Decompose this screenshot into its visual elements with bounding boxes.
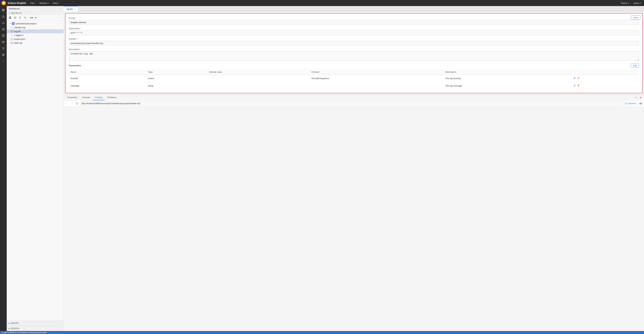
browser-bar: Unlocked bbox=[64, 100, 644, 107]
tab-preview[interactable]: Preview bbox=[92, 95, 105, 100]
brand-name: Eclipse Dirigible bbox=[8, 2, 26, 4]
svg-point-29 bbox=[24, 17, 26, 18]
description-input[interactable]: Scheduled Log Job bbox=[69, 51, 639, 61]
bottom-panel-tabs: Properties Console Preview Problems bbox=[64, 95, 644, 100]
logo-icon bbox=[1, 1, 6, 5]
workbench-more-button[interactable]: ··· bbox=[60, 8, 62, 10]
svg-line-11 bbox=[2, 17, 3, 17]
param-type: choice bbox=[146, 75, 208, 82]
tree-item-label: table.sql bbox=[14, 42, 22, 44]
menu-help[interactable]: Help ▾ bbox=[51, 1, 60, 5]
panel-controls bbox=[634, 96, 643, 100]
minimize-panel-button[interactable] bbox=[634, 96, 638, 100]
tab-close-button[interactable]: × bbox=[74, 8, 75, 10]
sidebar-item-database[interactable] bbox=[1, 27, 6, 32]
sidebar-item-deploy[interactable] bbox=[1, 20, 6, 26]
import-section[interactable]: ▶ IMPORT bbox=[7, 320, 64, 326]
param-default bbox=[208, 75, 310, 82]
expand-icon: ▶ bbox=[9, 322, 10, 324]
job-file-icon bbox=[11, 30, 13, 33]
add-parameter-button[interactable]: Add bbox=[631, 64, 639, 67]
close-panel-button[interactable] bbox=[639, 96, 643, 100]
edit-param-button[interactable] bbox=[573, 76, 576, 80]
sidebar-item-more[interactable]: » bbox=[1, 59, 6, 64]
svg-line-30 bbox=[26, 18, 26, 19]
svg-point-13 bbox=[2, 28, 4, 29]
required-star: * bbox=[81, 27, 82, 30]
tab-log-job[interactable]: log.job × bbox=[64, 6, 78, 12]
sidebar-item-packages[interactable] bbox=[1, 39, 6, 45]
delete-param-button[interactable] bbox=[577, 76, 580, 80]
required-star: * bbox=[76, 17, 77, 19]
content-area: log.job × Save Group: * bbox=[64, 6, 644, 331]
refresh-tool-button[interactable] bbox=[18, 16, 22, 20]
delete-param-button[interactable] bbox=[577, 84, 580, 88]
sidebar-item-problems[interactable] bbox=[1, 33, 6, 38]
status-bar: localhost:8080/services/web/ide-projects… bbox=[0, 331, 644, 334]
bottom-panel: Properties Console Preview Problems bbox=[64, 95, 644, 107]
expression-label: Expression: * bbox=[69, 27, 639, 30]
handler-field-group: Handler: * bbox=[69, 38, 639, 46]
menu-file[interactable]: File ▾ bbox=[29, 1, 37, 5]
svg-line-41 bbox=[575, 78, 575, 78]
svg-rect-49 bbox=[641, 104, 642, 104]
tree-item-log-job[interactable]: log.job bbox=[7, 29, 64, 33]
group-field-group: Group: * bbox=[69, 17, 639, 25]
sidebar-item-git[interactable] bbox=[1, 14, 6, 19]
run-tool-button[interactable] bbox=[13, 16, 17, 20]
browser-url-input[interactable] bbox=[80, 101, 622, 105]
tab-problems[interactable]: Problems bbox=[105, 95, 119, 100]
back-button[interactable] bbox=[65, 101, 69, 105]
tree-item-logger[interactable]: <·> Logger.ts bbox=[7, 33, 64, 37]
left-panel: Workbench ··· ▼ PROJECTS test bbox=[7, 6, 64, 331]
edit-param-button[interactable] bbox=[573, 84, 576, 88]
table-row: message string The log message bbox=[69, 82, 639, 90]
refresh-button[interactable] bbox=[75, 101, 79, 105]
save-button[interactable]: Save bbox=[631, 16, 640, 20]
import-label: IMPORT bbox=[11, 322, 18, 324]
chevron-down-icon: ▾ bbox=[58, 2, 59, 4]
table-row: severity choice Info,Warning,Error The l… bbox=[69, 75, 639, 82]
param-choices: Info,Warning,Error bbox=[310, 75, 444, 82]
group-input[interactable] bbox=[69, 20, 639, 25]
search-section[interactable]: ▶ SEARCH bbox=[7, 326, 64, 331]
code-icon: <·> bbox=[11, 34, 14, 36]
svg-rect-5 bbox=[2, 10, 3, 11]
tree-item-label: project.json bbox=[14, 38, 25, 40]
handler-input[interactable] bbox=[69, 41, 639, 46]
workbench-header: Workbench ··· bbox=[7, 6, 64, 12]
tree-item-project-json[interactable]: project.json bbox=[7, 37, 64, 41]
menubar: Eclipse Dirigible File ▾ Window ▾ Help ▾… bbox=[0, 0, 644, 6]
sidebar-item-explorer[interactable] bbox=[1, 8, 6, 13]
project-row[interactable]: ▼ bt scheduled-job-project bbox=[7, 22, 64, 26]
menu-window[interactable]: Window ▾ bbox=[38, 1, 50, 5]
param-description: The log message bbox=[444, 82, 571, 90]
unlocked-button[interactable]: Unlocked bbox=[623, 101, 638, 105]
expression-input[interactable] bbox=[69, 30, 639, 35]
theme-menu[interactable]: Theme ▾ bbox=[619, 1, 630, 5]
tree-item-handler[interactable]: <·> handler.mjs bbox=[7, 26, 64, 29]
branch-select[interactable]: test bbox=[28, 16, 37, 20]
search-tool-button[interactable] bbox=[23, 16, 27, 20]
svg-point-8 bbox=[2, 17, 3, 18]
svg-point-7 bbox=[3, 15, 4, 16]
col-default: Default value bbox=[208, 69, 310, 75]
tree-item-table-sql[interactable]: table.sql bbox=[7, 41, 64, 45]
col-type: Type bbox=[146, 69, 208, 75]
chevron-down-icon: ▾ bbox=[34, 2, 36, 4]
panel-toolbar: test ··· bbox=[7, 15, 64, 21]
admin-menu[interactable]: admin ▾ bbox=[632, 1, 643, 5]
menubar-right: Theme ▾ admin ▾ bbox=[619, 1, 643, 5]
sidebar-item-history[interactable] bbox=[1, 46, 6, 51]
svg-marker-28 bbox=[15, 17, 16, 18]
collapse-icon[interactable]: ▼ bbox=[9, 12, 10, 14]
parameters-table: Name Type Default value Choices Descript… bbox=[69, 69, 639, 90]
col-description: Description bbox=[444, 69, 571, 75]
more-tool-button[interactable]: ··· bbox=[60, 16, 62, 19]
tab-properties[interactable]: Properties bbox=[65, 95, 80, 100]
save-tool-button[interactable] bbox=[8, 16, 12, 20]
sidebar-item-network[interactable] bbox=[1, 52, 6, 57]
forward-button[interactable] bbox=[70, 101, 74, 105]
layout-settings-button[interactable] bbox=[639, 101, 643, 105]
tab-console[interactable]: Console bbox=[80, 95, 92, 100]
